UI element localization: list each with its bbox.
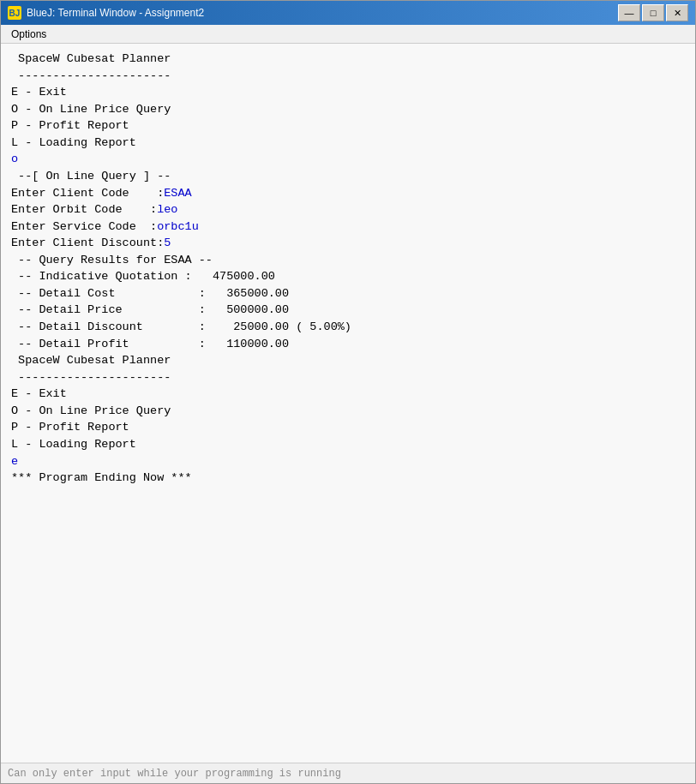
main-window: BJ BlueJ: Terminal Window - Assignment2 … [0, 0, 696, 784]
options-menu[interactable]: Options [4, 27, 53, 42]
terminal-line: O - On Line Price Query [11, 101, 685, 118]
status-text: Can only enter input while your programm… [8, 768, 341, 780]
terminal-line: SpaceW Cubesat Planner [11, 352, 685, 369]
app-icon: BJ [8, 6, 21, 20]
title-bar: BJ BlueJ: Terminal Window - Assignment2 … [1, 1, 695, 25]
terminal-line: P - Profit Report [11, 117, 685, 135]
status-bar: Can only enter input while your programm… [1, 763, 695, 783]
terminal-line: e [11, 453, 685, 470]
terminal-line: E - Exit [11, 386, 685, 403]
window-title: BlueJ: Terminal Window - Assignment2 [27, 7, 204, 19]
terminal-line: -- Detail Profit : 110000.00 [11, 336, 685, 353]
menu-bar: Options [1, 25, 695, 44]
terminal-line: -- Query Results for ESAA -- [11, 252, 685, 269]
terminal-line: *** Program Ending Now *** [11, 470, 685, 487]
terminal-line: P - Profit Report [11, 419, 685, 436]
terminal-line: SpaceW Cubesat Planner [11, 51, 685, 68]
terminal-output: SpaceW Cubesat Planner -----------------… [1, 44, 695, 763]
maximize-button[interactable]: □ [642, 4, 664, 21]
terminal-line: Enter Client Code :ESAA [11, 185, 685, 202]
terminal-line: L - Loading Report [11, 436, 685, 453]
minimize-button[interactable]: — [618, 4, 640, 21]
terminal-line: ---------------------- [11, 369, 685, 386]
terminal-line: -- Detail Discount : 25000.00 ( 5.00%) [11, 319, 685, 336]
terminal-line: O - On Line Price Query [11, 403, 685, 420]
terminal-line: --[ On Line Query ] -- [11, 168, 685, 185]
terminal-line: -- Indicative Quotation : 475000.00 [11, 268, 685, 285]
terminal-line: E - Exit [11, 84, 685, 101]
terminal-line: ---------------------- [11, 68, 685, 85]
terminal-line: -- Detail Price : 500000.00 [11, 302, 685, 319]
terminal-line: L - Loading Report [11, 135, 685, 152]
title-bar-left: BJ BlueJ: Terminal Window - Assignment2 [8, 6, 204, 20]
terminal-line: Enter Service Code :orbc1u [11, 218, 685, 236]
terminal-line: o [11, 151, 685, 168]
terminal-line: -- Detail Cost : 365000.00 [11, 285, 685, 302]
terminal-line: Enter Orbit Code :leo [11, 201, 685, 218]
window-controls: — □ ✕ [618, 4, 688, 21]
terminal-line: Enter Client Discount:5 [11, 235, 685, 252]
close-button[interactable]: ✕ [666, 4, 688, 21]
